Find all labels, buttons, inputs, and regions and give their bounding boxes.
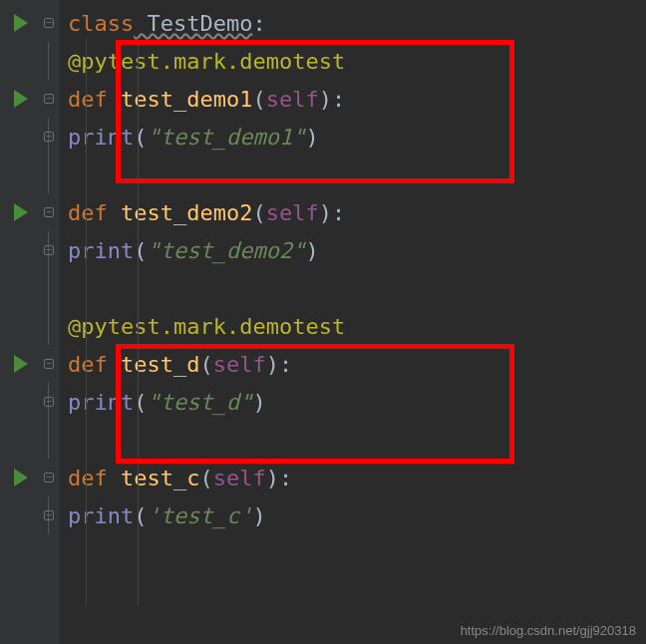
code-line[interactable]: def test_demo1(self):	[68, 80, 646, 118]
code-line-blank[interactable]	[68, 156, 646, 193]
builtin-print: print	[68, 238, 134, 263]
gutter-row	[0, 269, 60, 307]
fold-minus-icon[interactable]: −	[44, 94, 54, 104]
keyword-self: self	[266, 87, 319, 112]
fold-minus-icon[interactable]: −	[44, 473, 54, 483]
colon: :	[252, 11, 265, 36]
gutter-row[interactable]: −	[0, 459, 60, 496]
code-line[interactable]: @pytest.mark.demotest	[68, 42, 646, 80]
rparen: )	[266, 352, 279, 377]
lparen: (	[134, 238, 147, 263]
keyword-class: class	[68, 11, 134, 36]
keyword-self: self	[266, 200, 319, 225]
code-line[interactable]: @pytest.mark.demotest	[68, 307, 646, 345]
string-literal: 'test_c'	[147, 503, 252, 528]
fold-minus-icon[interactable]: −	[44, 359, 54, 369]
keyword-def: def	[68, 200, 108, 225]
keyword-self: self	[213, 352, 266, 377]
builtin-print: print	[68, 390, 134, 415]
rparen: )	[305, 125, 318, 150]
gutter-row[interactable]: −	[0, 80, 60, 118]
fold-minus-icon[interactable]: −	[44, 18, 54, 28]
string-literal: "test_demo2"	[147, 238, 305, 263]
rparen: )	[319, 87, 332, 112]
gutter-row: −	[0, 118, 60, 156]
colon: :	[332, 87, 345, 112]
lparen: (	[252, 200, 265, 225]
rparen: )	[319, 200, 332, 225]
fold-minus-icon[interactable]: −	[44, 510, 54, 520]
run-icon[interactable]	[14, 469, 28, 486]
code-line[interactable]: print("test_demo1")	[68, 118, 646, 156]
rparen: )	[252, 390, 265, 415]
lparen: (	[134, 390, 147, 415]
lparen: (	[199, 466, 212, 490]
code-line[interactable]: def test_demo2(self):	[68, 193, 646, 231]
gutter-row: −	[0, 383, 60, 421]
gutter-row	[0, 156, 60, 193]
fold-line	[48, 42, 49, 80]
gutter-row[interactable]: −	[0, 193, 60, 231]
class-name: TestDemo	[134, 11, 252, 36]
fold-line	[48, 156, 49, 193]
code-line[interactable]: print('test_c')	[68, 496, 646, 534]
fold-line	[48, 421, 49, 459]
gutter-row	[0, 421, 60, 459]
code-line[interactable]: print("test_demo2")	[68, 231, 646, 269]
run-icon[interactable]	[14, 14, 28, 32]
lparen: (	[199, 352, 212, 377]
gutter-row: −	[0, 496, 60, 534]
gutter-row	[0, 307, 60, 345]
code-line[interactable]: def test_d(self):	[68, 345, 646, 383]
builtin-print: print	[68, 125, 134, 150]
decorator: @pytest.mark.demotest	[68, 49, 345, 74]
code-line[interactable]: def test_c(self):	[68, 459, 646, 496]
string-literal: "test_demo1"	[147, 125, 305, 150]
code-area[interactable]: class TestDemo: @pytest.mark.demotest de…	[60, 0, 646, 644]
gutter-row	[0, 42, 60, 80]
colon: :	[279, 352, 292, 377]
function-name: test_demo2	[108, 200, 253, 225]
lparen: (	[252, 87, 265, 112]
keyword-self: self	[213, 466, 266, 490]
decorator: @pytest.mark.demotest	[68, 314, 345, 339]
rparen: )	[305, 238, 318, 263]
code-line-blank[interactable]	[68, 421, 646, 459]
fold-minus-icon[interactable]: −	[44, 132, 54, 142]
fold-minus-icon[interactable]: −	[44, 245, 54, 255]
function-name: test_demo1	[108, 87, 253, 112]
keyword-def: def	[68, 466, 108, 490]
code-line[interactable]: print("test_d")	[68, 383, 646, 421]
rparen: )	[252, 503, 265, 528]
colon: :	[279, 466, 292, 490]
function-name: test_c	[108, 466, 200, 490]
lparen: (	[134, 125, 147, 150]
fold-line	[48, 307, 49, 345]
run-icon[interactable]	[14, 355, 28, 373]
code-line-blank[interactable]	[68, 269, 646, 307]
run-icon[interactable]	[14, 90, 28, 108]
gutter: − − − − − − − − −	[0, 0, 60, 644]
gutter-row[interactable]: −	[0, 345, 60, 383]
keyword-def: def	[68, 352, 108, 377]
fold-minus-icon[interactable]: −	[44, 207, 54, 217]
gutter-row[interactable]: −	[0, 4, 60, 42]
colon: :	[332, 200, 345, 225]
fold-line	[48, 269, 49, 307]
gutter-row: −	[0, 231, 60, 269]
rparen: )	[266, 466, 279, 490]
keyword-def: def	[68, 87, 108, 112]
code-line[interactable]: class TestDemo:	[68, 4, 646, 42]
code-editor: − − − − − − − − − class TestDemo: @pytes…	[0, 0, 646, 644]
builtin-print: print	[68, 503, 134, 528]
run-icon[interactable]	[14, 203, 28, 221]
string-literal: "test_d"	[147, 390, 252, 415]
fold-minus-icon[interactable]: −	[44, 397, 54, 407]
function-name: test_d	[108, 352, 200, 377]
lparen: (	[134, 503, 147, 528]
watermark: https://blog.csdn.net/gjj920318	[461, 623, 636, 638]
